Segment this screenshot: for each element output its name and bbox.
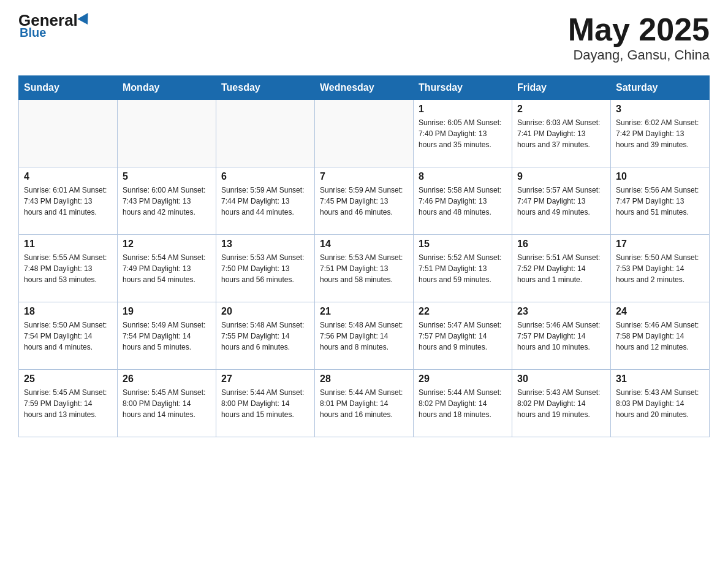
day-info: Sunrise: 5:43 AM Sunset: 8:03 PM Dayligh…: [616, 387, 704, 420]
calendar-cell: 14Sunrise: 5:53 AM Sunset: 7:51 PM Dayli…: [315, 235, 414, 302]
calendar-cell: 29Sunrise: 5:44 AM Sunset: 8:02 PM Dayli…: [414, 370, 512, 437]
day-info: Sunrise: 5:54 AM Sunset: 7:49 PM Dayligh…: [123, 252, 211, 285]
day-info: Sunrise: 5:50 AM Sunset: 7:54 PM Dayligh…: [24, 320, 112, 353]
calendar-cell: 16Sunrise: 5:51 AM Sunset: 7:52 PM Dayli…: [512, 235, 611, 302]
day-number: 21: [320, 306, 408, 317]
day-info: Sunrise: 5:46 AM Sunset: 7:57 PM Dayligh…: [517, 320, 605, 353]
day-number: 2: [517, 104, 605, 115]
day-number: 13: [221, 239, 309, 250]
calendar-cell: [315, 100, 414, 167]
week-row-4: 18Sunrise: 5:50 AM Sunset: 7:54 PM Dayli…: [19, 302, 710, 370]
calendar-cell: 12Sunrise: 5:54 AM Sunset: 7:49 PM Dayli…: [118, 235, 216, 302]
day-info: Sunrise: 5:50 AM Sunset: 7:53 PM Dayligh…: [616, 252, 704, 285]
day-number: 19: [123, 306, 211, 317]
day-number: 14: [320, 239, 408, 250]
day-number: 11: [24, 239, 112, 250]
calendar-cell: 30Sunrise: 5:43 AM Sunset: 8:02 PM Dayli…: [512, 370, 611, 437]
month-title: May 2025: [568, 12, 710, 47]
day-number: 28: [320, 373, 408, 385]
day-number: 31: [616, 373, 704, 385]
logo-arrow-icon: [77, 13, 93, 28]
day-info: Sunrise: 5:48 AM Sunset: 7:55 PM Dayligh…: [221, 320, 309, 353]
calendar-table: SundayMondayTuesdayWednesdayThursdayFrid…: [18, 75, 710, 437]
day-info: Sunrise: 5:59 AM Sunset: 7:44 PM Dayligh…: [221, 185, 309, 218]
day-number: 10: [616, 171, 704, 182]
day-number: 25: [24, 373, 112, 385]
logo-blue-text: Blue: [20, 26, 46, 40]
day-number: 18: [24, 306, 112, 317]
calendar-cell: 1Sunrise: 6:05 AM Sunset: 7:40 PM Daylig…: [414, 100, 512, 167]
day-info: Sunrise: 5:59 AM Sunset: 7:45 PM Dayligh…: [320, 185, 408, 218]
day-header-monday: Monday: [118, 76, 216, 100]
calendar-cell: 26Sunrise: 5:45 AM Sunset: 8:00 PM Dayli…: [118, 370, 216, 437]
calendar-cell: 20Sunrise: 5:48 AM Sunset: 7:55 PM Dayli…: [216, 302, 315, 370]
calendar-cell: 5Sunrise: 6:00 AM Sunset: 7:43 PM Daylig…: [118, 167, 216, 235]
day-info: Sunrise: 5:51 AM Sunset: 7:52 PM Dayligh…: [517, 252, 605, 285]
day-info: Sunrise: 6:01 AM Sunset: 7:43 PM Dayligh…: [24, 185, 112, 218]
calendar-cell: 13Sunrise: 5:53 AM Sunset: 7:50 PM Dayli…: [216, 235, 315, 302]
calendar-cell: 27Sunrise: 5:44 AM Sunset: 8:00 PM Dayli…: [216, 370, 315, 437]
day-info: Sunrise: 6:05 AM Sunset: 7:40 PM Dayligh…: [419, 117, 507, 150]
title-block: May 2025 Dayang, Gansu, China: [568, 12, 710, 63]
calendar-cell: 22Sunrise: 5:47 AM Sunset: 7:57 PM Dayli…: [414, 302, 512, 370]
day-number: 8: [419, 171, 507, 182]
day-info: Sunrise: 5:46 AM Sunset: 7:58 PM Dayligh…: [616, 320, 704, 353]
day-number: 4: [24, 171, 112, 182]
day-number: 3: [616, 104, 704, 115]
day-number: 30: [517, 373, 605, 385]
calendar-cell: 3Sunrise: 6:02 AM Sunset: 7:42 PM Daylig…: [611, 100, 710, 167]
day-header-friday: Friday: [512, 76, 611, 100]
day-info: Sunrise: 5:44 AM Sunset: 8:00 PM Dayligh…: [221, 387, 309, 420]
day-number: 20: [221, 306, 309, 317]
day-number: 12: [123, 239, 211, 250]
day-number: 7: [320, 171, 408, 182]
week-row-2: 4Sunrise: 6:01 AM Sunset: 7:43 PM Daylig…: [19, 167, 710, 235]
day-number: 22: [419, 306, 507, 317]
calendar-cell: 28Sunrise: 5:44 AM Sunset: 8:01 PM Dayli…: [315, 370, 414, 437]
calendar-cell: 19Sunrise: 5:49 AM Sunset: 7:54 PM Dayli…: [118, 302, 216, 370]
day-info: Sunrise: 5:53 AM Sunset: 7:51 PM Dayligh…: [320, 252, 408, 285]
calendar-cell: 9Sunrise: 5:57 AM Sunset: 7:47 PM Daylig…: [512, 167, 611, 235]
day-info: Sunrise: 6:02 AM Sunset: 7:42 PM Dayligh…: [616, 117, 704, 150]
day-number: 1: [419, 104, 507, 115]
day-header-tuesday: Tuesday: [216, 76, 315, 100]
week-row-1: 1Sunrise: 6:05 AM Sunset: 7:40 PM Daylig…: [19, 100, 710, 167]
day-info: Sunrise: 5:43 AM Sunset: 8:02 PM Dayligh…: [517, 387, 605, 420]
day-number: 6: [221, 171, 309, 182]
day-info: Sunrise: 5:45 AM Sunset: 7:59 PM Dayligh…: [24, 387, 112, 420]
day-info: Sunrise: 5:45 AM Sunset: 8:00 PM Dayligh…: [123, 387, 211, 420]
calendar-cell: [19, 100, 118, 167]
calendar-cell: 23Sunrise: 5:46 AM Sunset: 7:57 PM Dayli…: [512, 302, 611, 370]
calendar-cell: 11Sunrise: 5:55 AM Sunset: 7:48 PM Dayli…: [19, 235, 118, 302]
day-number: 29: [419, 373, 507, 385]
day-header-wednesday: Wednesday: [315, 76, 414, 100]
calendar-cell: 25Sunrise: 5:45 AM Sunset: 7:59 PM Dayli…: [19, 370, 118, 437]
page-header: General Blue May 2025 Dayang, Gansu, Chi…: [18, 12, 710, 63]
calendar-cell: 15Sunrise: 5:52 AM Sunset: 7:51 PM Dayli…: [414, 235, 512, 302]
day-info: Sunrise: 5:52 AM Sunset: 7:51 PM Dayligh…: [419, 252, 507, 285]
day-number: 15: [419, 239, 507, 250]
day-header-thursday: Thursday: [414, 76, 512, 100]
day-info: Sunrise: 5:58 AM Sunset: 7:46 PM Dayligh…: [419, 185, 507, 218]
day-number: 5: [123, 171, 211, 182]
week-row-5: 25Sunrise: 5:45 AM Sunset: 7:59 PM Dayli…: [19, 370, 710, 437]
day-number: 27: [221, 373, 309, 385]
day-info: Sunrise: 5:49 AM Sunset: 7:54 PM Dayligh…: [123, 320, 211, 353]
calendar-cell: 8Sunrise: 5:58 AM Sunset: 7:46 PM Daylig…: [414, 167, 512, 235]
logo: General Blue: [18, 12, 91, 40]
calendar-cell: 6Sunrise: 5:59 AM Sunset: 7:44 PM Daylig…: [216, 167, 315, 235]
calendar-cell: [118, 100, 216, 167]
day-number: 26: [123, 373, 211, 385]
calendar-cell: 21Sunrise: 5:48 AM Sunset: 7:56 PM Dayli…: [315, 302, 414, 370]
day-info: Sunrise: 5:53 AM Sunset: 7:50 PM Dayligh…: [221, 252, 309, 285]
calendar-cell: 24Sunrise: 5:46 AM Sunset: 7:58 PM Dayli…: [611, 302, 710, 370]
day-info: Sunrise: 5:57 AM Sunset: 7:47 PM Dayligh…: [517, 185, 605, 218]
day-number: 16: [517, 239, 605, 250]
day-number: 17: [616, 239, 704, 250]
calendar-cell: 7Sunrise: 5:59 AM Sunset: 7:45 PM Daylig…: [315, 167, 414, 235]
day-info: Sunrise: 5:44 AM Sunset: 8:01 PM Dayligh…: [320, 387, 408, 420]
day-number: 9: [517, 171, 605, 182]
calendar-cell: 31Sunrise: 5:43 AM Sunset: 8:03 PM Dayli…: [611, 370, 710, 437]
day-info: Sunrise: 5:56 AM Sunset: 7:47 PM Dayligh…: [616, 185, 704, 218]
day-info: Sunrise: 6:00 AM Sunset: 7:43 PM Dayligh…: [123, 185, 211, 218]
